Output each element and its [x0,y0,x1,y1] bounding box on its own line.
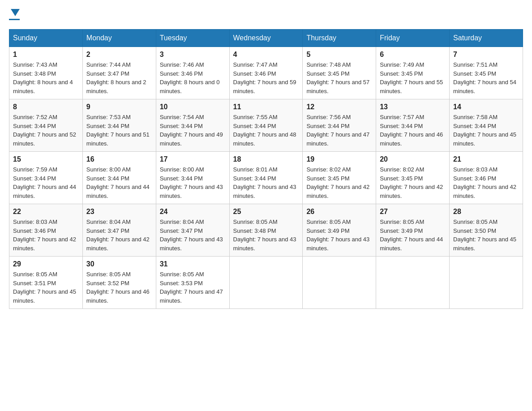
day-info: Sunrise: 8:00 AMSunset: 3:44 PMDaylight:… [160,165,226,200]
day-info: Sunrise: 7:58 AMSunset: 3:44 PMDaylight:… [453,113,519,148]
calendar-cell: 24Sunrise: 8:04 AMSunset: 3:47 PMDayligh… [156,204,229,257]
day-number: 8 [13,103,79,111]
calendar-cell [229,257,303,309]
day-info: Sunrise: 7:53 AMSunset: 3:44 PMDaylight:… [86,113,152,148]
calendar-cell: 14Sunrise: 7:58 AMSunset: 3:44 PMDayligh… [450,99,523,152]
calendar-cell: 17Sunrise: 8:00 AMSunset: 3:44 PMDayligh… [156,152,229,204]
day-info: Sunrise: 8:05 AMSunset: 3:49 PMDaylight:… [306,218,372,253]
day-number: 12 [306,103,372,111]
day-info: Sunrise: 8:05 AMSunset: 3:53 PMDaylight:… [160,270,226,305]
day-info: Sunrise: 8:03 AMSunset: 3:46 PMDaylight:… [453,165,519,200]
calendar-cell: 12Sunrise: 7:56 AMSunset: 3:44 PMDayligh… [303,99,376,152]
calendar-cell: 31Sunrise: 8:05 AMSunset: 3:53 PMDayligh… [156,257,229,309]
day-number: 27 [380,208,446,216]
page-header [9,9,523,20]
calendar-week-row: 1Sunrise: 7:43 AMSunset: 3:48 PMDaylight… [9,47,523,99]
calendar-cell [376,257,450,309]
calendar-cell [450,257,523,309]
day-number: 5 [306,51,372,59]
day-number: 9 [86,103,152,111]
day-info: Sunrise: 8:01 AMSunset: 3:44 PMDaylight:… [233,165,299,200]
day-number: 4 [233,51,299,59]
day-info: Sunrise: 7:59 AMSunset: 3:44 PMDaylight:… [13,165,79,200]
day-number: 11 [233,103,299,111]
day-info: Sunrise: 7:56 AMSunset: 3:44 PMDaylight:… [306,113,372,148]
day-info: Sunrise: 8:05 AMSunset: 3:48 PMDaylight:… [233,218,299,253]
day-number: 31 [160,260,226,268]
calendar-cell [303,257,376,309]
calendar-cell: 27Sunrise: 8:05 AMSunset: 3:49 PMDayligh… [376,204,450,257]
day-number: 25 [233,208,299,216]
day-number: 14 [453,103,519,111]
calendar-cell: 11Sunrise: 7:55 AMSunset: 3:44 PMDayligh… [229,99,303,152]
day-info: Sunrise: 8:03 AMSunset: 3:46 PMDaylight:… [13,218,79,253]
day-number: 28 [453,208,519,216]
column-header-saturday: Saturday [450,30,523,47]
day-info: Sunrise: 7:51 AMSunset: 3:45 PMDaylight:… [453,60,519,95]
day-number: 17 [160,155,226,163]
day-info: Sunrise: 7:54 AMSunset: 3:44 PMDaylight:… [160,113,226,148]
day-number: 13 [380,103,446,111]
calendar-cell: 2Sunrise: 7:44 AMSunset: 3:47 PMDaylight… [82,47,156,99]
day-info: Sunrise: 7:57 AMSunset: 3:44 PMDaylight:… [380,113,446,148]
calendar-week-row: 22Sunrise: 8:03 AMSunset: 3:46 PMDayligh… [9,204,523,257]
calendar-week-row: 8Sunrise: 7:52 AMSunset: 3:44 PMDaylight… [9,99,523,152]
day-number: 26 [306,208,372,216]
column-header-friday: Friday [376,30,450,47]
calendar-table: SundayMondayTuesdayWednesdayThursdayFrid… [9,29,523,309]
calendar-cell: 10Sunrise: 7:54 AMSunset: 3:44 PMDayligh… [156,99,229,152]
day-info: Sunrise: 7:52 AMSunset: 3:44 PMDaylight:… [13,113,79,148]
column-header-tuesday: Tuesday [156,30,229,47]
logo-underline [9,19,20,20]
calendar-cell: 21Sunrise: 8:03 AMSunset: 3:46 PMDayligh… [450,152,523,204]
logo [9,9,20,20]
calendar-week-row: 15Sunrise: 7:59 AMSunset: 3:44 PMDayligh… [9,152,523,204]
day-info: Sunrise: 7:47 AMSunset: 3:46 PMDaylight:… [233,60,299,95]
calendar-header-row: SundayMondayTuesdayWednesdayThursdayFrid… [9,30,523,47]
calendar-cell: 6Sunrise: 7:49 AMSunset: 3:45 PMDaylight… [376,47,450,99]
calendar-cell: 20Sunrise: 8:02 AMSunset: 3:45 PMDayligh… [376,152,450,204]
day-info: Sunrise: 8:05 AMSunset: 3:50 PMDaylight:… [453,218,519,253]
day-info: Sunrise: 8:00 AMSunset: 3:44 PMDaylight:… [86,165,152,200]
day-info: Sunrise: 7:43 AMSunset: 3:48 PMDaylight:… [13,60,79,95]
calendar-cell: 5Sunrise: 7:48 AMSunset: 3:45 PMDaylight… [303,47,376,99]
calendar-cell: 25Sunrise: 8:05 AMSunset: 3:48 PMDayligh… [229,204,303,257]
day-info: Sunrise: 8:02 AMSunset: 3:45 PMDaylight:… [306,165,372,200]
calendar-cell: 1Sunrise: 7:43 AMSunset: 3:48 PMDaylight… [9,47,83,99]
calendar-cell: 4Sunrise: 7:47 AMSunset: 3:46 PMDaylight… [229,47,303,99]
day-info: Sunrise: 8:04 AMSunset: 3:47 PMDaylight:… [86,218,152,253]
day-info: Sunrise: 8:05 AMSunset: 3:49 PMDaylight:… [380,218,446,253]
calendar-cell: 30Sunrise: 8:05 AMSunset: 3:52 PMDayligh… [82,257,156,309]
logo-triangle-icon [11,9,20,16]
day-number: 29 [13,260,79,268]
calendar-cell: 7Sunrise: 7:51 AMSunset: 3:45 PMDaylight… [450,47,523,99]
day-info: Sunrise: 7:55 AMSunset: 3:44 PMDaylight:… [233,113,299,148]
calendar-cell: 9Sunrise: 7:53 AMSunset: 3:44 PMDaylight… [82,99,156,152]
day-info: Sunrise: 8:04 AMSunset: 3:47 PMDaylight:… [160,218,226,253]
calendar-week-row: 29Sunrise: 8:05 AMSunset: 3:51 PMDayligh… [9,257,523,309]
day-number: 7 [453,51,519,59]
calendar-cell: 13Sunrise: 7:57 AMSunset: 3:44 PMDayligh… [376,99,450,152]
column-header-wednesday: Wednesday [229,30,303,47]
calendar-cell: 18Sunrise: 8:01 AMSunset: 3:44 PMDayligh… [229,152,303,204]
day-number: 22 [13,208,79,216]
calendar-cell: 19Sunrise: 8:02 AMSunset: 3:45 PMDayligh… [303,152,376,204]
day-info: Sunrise: 8:05 AMSunset: 3:51 PMDaylight:… [13,270,79,305]
calendar-cell: 8Sunrise: 7:52 AMSunset: 3:44 PMDaylight… [9,99,83,152]
day-number: 18 [233,155,299,163]
day-info: Sunrise: 7:49 AMSunset: 3:45 PMDaylight:… [380,60,446,95]
day-number: 3 [160,51,226,59]
column-header-monday: Monday [82,30,156,47]
day-number: 2 [86,51,152,59]
calendar-cell: 16Sunrise: 8:00 AMSunset: 3:44 PMDayligh… [82,152,156,204]
day-number: 30 [86,260,152,268]
calendar-cell: 29Sunrise: 8:05 AMSunset: 3:51 PMDayligh… [9,257,83,309]
day-number: 19 [306,155,372,163]
day-number: 24 [160,208,226,216]
day-number: 15 [13,155,79,163]
day-number: 6 [380,51,446,59]
column-header-thursday: Thursday [303,30,376,47]
day-info: Sunrise: 8:02 AMSunset: 3:45 PMDaylight:… [380,165,446,200]
day-info: Sunrise: 7:44 AMSunset: 3:47 PMDaylight:… [86,60,152,95]
day-info: Sunrise: 7:46 AMSunset: 3:46 PMDaylight:… [160,60,226,95]
